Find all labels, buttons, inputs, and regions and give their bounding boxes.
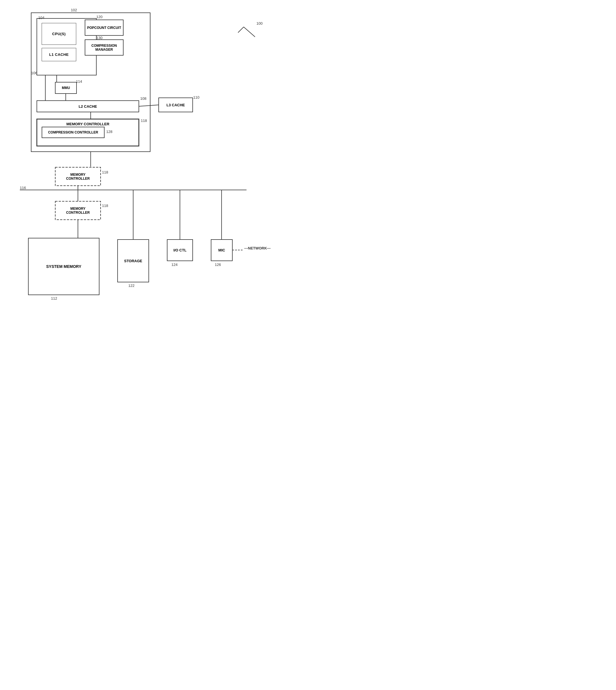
cpu-label: CPU(S) [52, 32, 66, 36]
popcount-label: POPCOUNT CIRCUIT [87, 26, 121, 30]
l3-cache-label: L3 CACHE [166, 103, 185, 107]
ref-124: 124 [171, 262, 178, 267]
diagram-container: CPU(S) L1 CACHE POPCOUNT CIRCUIT COMPRES… [0, 0, 308, 345]
svg-line-32 [244, 27, 255, 37]
memory-controller-standalone2-label: MEMORYCONTROLLER [66, 207, 90, 215]
ref-118-main: 118 [141, 118, 147, 123]
ref-118-mc1: 118 [102, 170, 108, 174]
ref-112: 112 [51, 296, 57, 301]
ref-110: 110 [193, 95, 199, 100]
memory-controller-standalone1-label: MEMORYCONTROLLER [66, 173, 90, 180]
compression-controller-label: COMPRESSION CONTROLLER [48, 130, 98, 134]
ref-102: 102 [71, 8, 77, 12]
compression-manager-label: COMPRESSIONMANAGER [91, 44, 117, 51]
cpu-box: CPU(S) [42, 23, 76, 44]
svg-line-26 [139, 105, 159, 106]
l1-cache-label: L1 CACHE [49, 52, 69, 57]
io-ctl-label: I/O CTL [173, 248, 186, 252]
ref-130: 130 [96, 36, 103, 40]
system-memory-label: SYSTEM MEMORY [46, 264, 81, 269]
ref-126: 126 [215, 262, 221, 267]
ref-122: 122 [128, 283, 135, 288]
ref-128: 128 [106, 130, 112, 134]
ref-116: 116 [20, 186, 26, 190]
ref-108: 108 [140, 96, 147, 101]
ref-100: 100 [257, 21, 263, 25]
mic-label: MIC [218, 248, 225, 252]
ref-104: 104 [38, 16, 44, 20]
ref-106: 106 [31, 71, 38, 75]
svg-line-33 [238, 27, 244, 33]
ref-114: 114 [76, 79, 82, 84]
network-label: ---NETWORK--- [244, 246, 270, 250]
l1-cache-box: L1 CACHE [42, 48, 76, 61]
l2-cache-label: L2 CACHE [79, 104, 97, 109]
memory-controller-label: MEMORY CONTROLLER [66, 122, 109, 126]
ref-118-mc2: 118 [102, 203, 108, 208]
ref-120: 120 [96, 15, 103, 19]
mmu-label: MMU [62, 86, 70, 90]
storage-label: STORAGE [124, 259, 142, 263]
